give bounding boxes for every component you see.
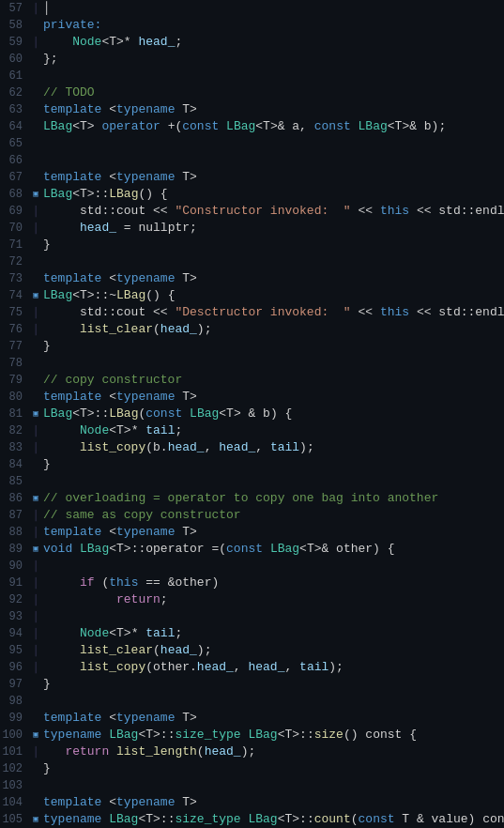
gutter-icon: │ (30, 439, 41, 456)
code-content: head_ = nullptr; (41, 220, 502, 237)
line-number: 92 (2, 591, 30, 608)
line-number: 102 (2, 760, 30, 777)
code-content: list_copy(other.head_, head_, tail); (41, 659, 502, 676)
line-number: 86 (2, 490, 30, 507)
code-line: 85 (0, 473, 504, 490)
code-line: 64LBag<T> operator +(const LBag<T>& a, c… (0, 118, 504, 135)
line-number: 66 (2, 152, 30, 169)
code-content: template <typename T> (41, 169, 502, 186)
code-line: 88│template <typename T> (0, 524, 504, 541)
line-number: 89 (2, 541, 30, 558)
code-line: 100▣typename LBag<T>::size_type LBag<T>:… (0, 727, 504, 744)
line-number: 70 (2, 220, 30, 237)
code-content: template <typename T> (41, 270, 502, 287)
gutter-icon: │ (30, 0, 41, 17)
code-content: template <typename T> (41, 710, 502, 727)
line-number: 88 (2, 524, 30, 541)
gutter-icon: │ (30, 304, 41, 321)
gutter-icon: │ (30, 203, 41, 220)
code-line: 67template <typename T> (0, 169, 504, 186)
code-line: 61 (0, 68, 504, 84)
gutter-icon: ▣ (30, 727, 41, 744)
line-number: 72 (2, 253, 30, 270)
line-number: 75 (2, 304, 30, 321)
gutter-icon: ▣ (30, 406, 41, 422)
gutter-icon: │ (30, 575, 41, 591)
code-content: // copy constructor (41, 372, 502, 389)
code-line: 95│ list_clear(head_); (0, 642, 504, 659)
gutter-icon: │ (30, 744, 41, 760)
code-line: 102} (0, 760, 504, 777)
code-content: LBag<T>::~LBag() { (41, 287, 502, 304)
gutter-icon: │ (30, 591, 41, 608)
code-line: 101│ return list_length(head_); (0, 744, 504, 760)
code-line: 65 (0, 135, 504, 152)
code-content: }; (41, 51, 502, 68)
line-number: 97 (2, 676, 30, 693)
line-number: 93 (2, 608, 30, 625)
code-line: 69│ std::cout << "Constructor invoked: "… (0, 203, 504, 220)
code-line: 77} (0, 338, 504, 355)
line-number: 101 (2, 744, 30, 760)
code-line: 79// copy constructor (0, 372, 504, 389)
code-line: 91│ if (this == &other) (0, 575, 504, 591)
code-content: return; (41, 591, 502, 608)
code-line: 90│ (0, 558, 504, 575)
gutter-icon: │ (30, 507, 41, 524)
code-editor: 57││58private:59│ Node<T>* head_;60};616… (0, 0, 504, 828)
code-content: void LBag<T>::operator =(const LBag<T>& … (41, 541, 502, 558)
gutter-icon: ▣ (30, 490, 41, 507)
line-number: 77 (2, 338, 30, 355)
code-content: std::cout << "Constructor invoked: " << … (41, 203, 504, 220)
line-number: 68 (2, 186, 30, 203)
code-line: 75│ std::cout << "Desctructor invoked: "… (0, 304, 504, 321)
code-line: 68▣LBag<T>::LBag() { (0, 186, 504, 203)
code-line: 80template <typename T> (0, 389, 504, 406)
code-line: 92│ return; (0, 591, 504, 608)
code-line: 84} (0, 456, 504, 473)
code-line: 89▣void LBag<T>::operator =(const LBag<T… (0, 541, 504, 558)
line-number: 104 (2, 794, 30, 811)
gutter-icon: │ (30, 321, 41, 338)
gutter-icon: │ (30, 220, 41, 237)
line-number: 82 (2, 422, 30, 439)
code-line: 59│ Node<T>* head_; (0, 34, 504, 51)
code-line: 78 (0, 355, 504, 372)
line-number: 90 (2, 558, 30, 575)
code-content: Node<T>* tail; (41, 422, 502, 439)
gutter-icon: │ (30, 558, 41, 575)
code-content: } (41, 237, 502, 253)
code-line: 74▣LBag<T>::~LBag() { (0, 287, 504, 304)
code-line: 63template <typename T> (0, 101, 504, 118)
code-content: list_copy(b.head_, head_, tail); (41, 439, 502, 456)
code-content: std::cout << "Desctructor invoked: " << … (41, 304, 504, 321)
code-content: template <typename T> (41, 389, 502, 406)
code-content: template <typename T> (41, 794, 502, 811)
line-number: 83 (2, 439, 30, 456)
code-content: LBag<T>::LBag() { (41, 186, 502, 203)
code-content: } (41, 676, 502, 693)
line-number: 65 (2, 135, 30, 152)
gutter-icon: │ (30, 34, 41, 51)
code-content: template <typename T> (41, 524, 502, 541)
code-content: LBag<T> operator +(const LBag<T>& a, con… (41, 118, 502, 135)
code-content: │ (41, 0, 502, 17)
code-content: } (41, 338, 502, 355)
code-content: } (41, 760, 502, 777)
code-content: list_clear(head_); (41, 642, 502, 659)
code-line: 66 (0, 152, 504, 169)
line-number: 58 (2, 17, 30, 34)
line-number: 103 (2, 777, 30, 794)
code-line: 62// TODO (0, 84, 504, 101)
code-line: 99template <typename T> (0, 710, 504, 727)
line-number: 61 (2, 68, 30, 84)
code-line: 81▣LBag<T>::LBag(const LBag<T> & b) { (0, 406, 504, 422)
line-number: 62 (2, 84, 30, 101)
line-number: 73 (2, 270, 30, 287)
line-number: 100 (2, 727, 30, 744)
code-line: 98 (0, 693, 504, 710)
code-content: Node<T>* head_; (41, 34, 502, 51)
line-number: 76 (2, 321, 30, 338)
line-number: 85 (2, 473, 30, 490)
gutter-icon: │ (30, 524, 41, 541)
